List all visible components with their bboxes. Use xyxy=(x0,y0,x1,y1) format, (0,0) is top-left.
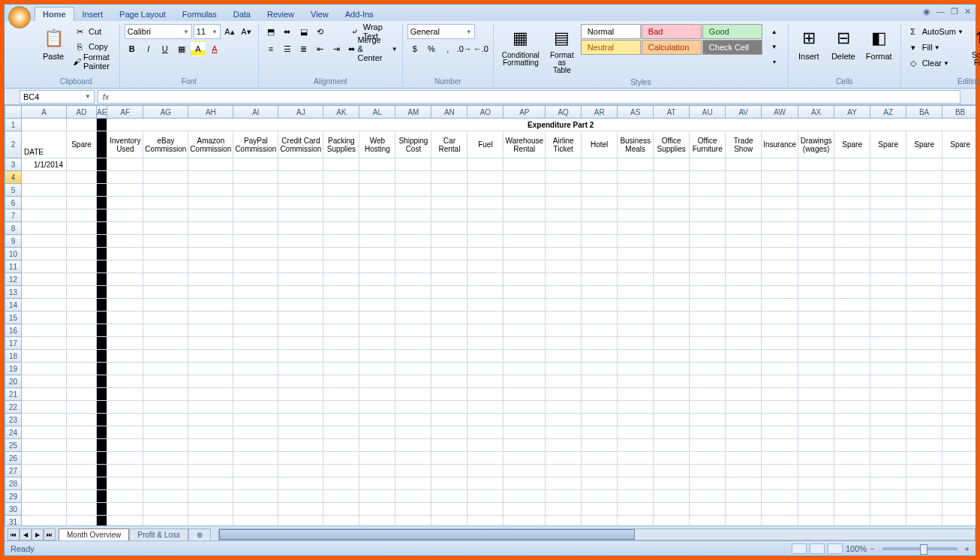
data-cell[interactable] xyxy=(107,209,143,222)
data-cell[interactable] xyxy=(107,363,143,375)
data-cell[interactable] xyxy=(504,503,546,516)
data-cell[interactable] xyxy=(762,235,798,248)
data-cell[interactable] xyxy=(143,248,188,260)
data-cell[interactable] xyxy=(359,312,395,324)
data-cell[interactable] xyxy=(467,299,504,312)
data-cell[interactable] xyxy=(359,248,395,260)
data-cell[interactable] xyxy=(726,503,762,516)
header-cell[interactable]: eBay Commission xyxy=(143,131,188,158)
data-cell[interactable] xyxy=(906,490,942,503)
data-cell[interactable] xyxy=(942,248,975,260)
data-cell[interactable] xyxy=(618,312,654,324)
data-cell[interactable] xyxy=(834,401,870,414)
data-cell[interactable] xyxy=(22,324,67,337)
row-header[interactable]: 7 xyxy=(5,209,22,222)
data-cell[interactable] xyxy=(107,401,143,414)
data-cell[interactable] xyxy=(762,439,798,452)
data-cell[interactable] xyxy=(582,299,618,312)
data-cell[interactable] xyxy=(690,324,726,337)
data-cell[interactable] xyxy=(467,452,504,465)
data-cell[interactable] xyxy=(762,401,798,414)
header-cell[interactable]: Spare xyxy=(67,131,97,158)
data-cell[interactable] xyxy=(67,503,97,516)
data-cell[interactable] xyxy=(618,184,654,197)
data-cell[interactable] xyxy=(431,426,467,439)
data-cell[interactable] xyxy=(582,401,618,414)
data-cell[interactable] xyxy=(395,299,431,312)
data-cell[interactable] xyxy=(546,171,582,184)
data-cell[interactable] xyxy=(942,299,975,312)
data-cell[interactable] xyxy=(834,235,870,248)
data-cell[interactable] xyxy=(690,375,726,388)
data-cell[interactable] xyxy=(726,375,762,388)
data-cell[interactable] xyxy=(22,503,67,516)
data-cell[interactable] xyxy=(906,375,942,388)
data-cell[interactable] xyxy=(233,477,278,490)
data-cell[interactable] xyxy=(323,477,359,490)
column-header[interactable]: BA xyxy=(906,106,942,119)
data-cell[interactable] xyxy=(323,158,359,171)
data-cell[interactable] xyxy=(690,350,726,363)
row-header[interactable]: 12 xyxy=(5,273,22,286)
data-cell[interactable] xyxy=(22,465,67,477)
data-cell[interactable] xyxy=(22,363,67,375)
data-cell[interactable] xyxy=(323,184,359,197)
row-header[interactable]: 31 xyxy=(5,516,22,526)
data-cell[interactable] xyxy=(233,248,278,260)
data-cell[interactable] xyxy=(143,299,188,312)
data-cell[interactable] xyxy=(233,260,278,273)
data-cell[interactable] xyxy=(546,235,582,248)
data-cell[interactable] xyxy=(654,465,690,477)
row-header[interactable]: 10 xyxy=(5,248,22,260)
zoom-in-button[interactable]: + xyxy=(965,544,969,553)
data-cell[interactable] xyxy=(107,286,143,299)
data-cell[interactable] xyxy=(67,197,97,209)
data-cell[interactable] xyxy=(278,350,323,363)
data-cell[interactable] xyxy=(870,477,906,490)
data-cell[interactable] xyxy=(654,375,690,388)
styles-more-icon[interactable]: ▾ xyxy=(767,54,782,69)
data-cell[interactable] xyxy=(107,426,143,439)
data-cell[interactable] xyxy=(504,465,546,477)
data-cell[interactable] xyxy=(323,337,359,350)
data-cell[interactable] xyxy=(431,439,467,452)
data-cell[interactable] xyxy=(618,388,654,401)
data-cell[interactable] xyxy=(143,222,188,235)
data-cell[interactable] xyxy=(107,273,143,286)
orientation-icon[interactable]: ⟲ xyxy=(313,24,328,39)
row-header[interactable]: 4 xyxy=(5,171,22,184)
data-cell[interactable] xyxy=(323,260,359,273)
data-cell[interactable] xyxy=(431,222,467,235)
data-cell[interactable] xyxy=(233,299,278,312)
data-cell[interactable] xyxy=(870,312,906,324)
data-cell[interactable] xyxy=(143,401,188,414)
data-cell[interactable] xyxy=(143,184,188,197)
data-cell[interactable] xyxy=(188,452,233,465)
data-cell[interactable] xyxy=(22,477,67,490)
data-cell[interactable] xyxy=(654,158,690,171)
data-cell[interactable] xyxy=(504,286,546,299)
header-cell[interactable]: Spare xyxy=(942,131,975,158)
data-cell[interactable] xyxy=(431,388,467,401)
row-header[interactable]: 29 xyxy=(5,490,22,503)
data-cell[interactable] xyxy=(654,426,690,439)
data-cell[interactable] xyxy=(618,337,654,350)
row-header[interactable]: 27 xyxy=(5,465,22,477)
data-cell[interactable] xyxy=(870,388,906,401)
fill-button[interactable]: ▾Fill▼ xyxy=(906,40,963,55)
data-cell[interactable] xyxy=(323,452,359,465)
data-cell[interactable] xyxy=(762,158,798,171)
data-cell[interactable] xyxy=(467,184,504,197)
data-cell[interactable] xyxy=(278,337,323,350)
data-cell[interactable] xyxy=(431,414,467,426)
data-cell[interactable] xyxy=(942,171,975,184)
tab-data[interactable]: Data xyxy=(225,7,259,21)
data-cell[interactable] xyxy=(546,516,582,526)
data-cell[interactable] xyxy=(798,337,834,350)
data-cell[interactable]: 1/1/2014 xyxy=(22,158,67,171)
data-cell[interactable] xyxy=(188,235,233,248)
data-cell[interactable] xyxy=(690,184,726,197)
data-cell[interactable] xyxy=(906,477,942,490)
row-header[interactable]: 2 xyxy=(5,131,22,158)
data-cell[interactable] xyxy=(762,209,798,222)
